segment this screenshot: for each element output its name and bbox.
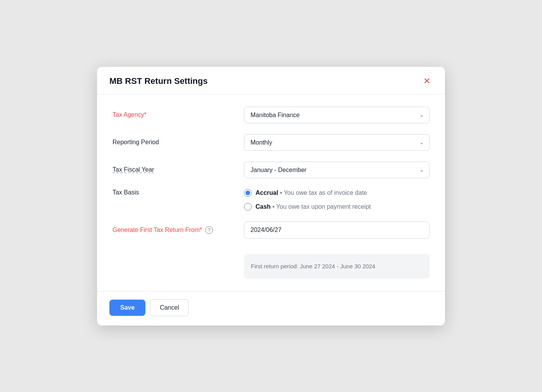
reporting-period-select[interactable]: Monthly Quarterly Annually (244, 134, 430, 151)
help-icon[interactable]: ? (205, 226, 213, 234)
cash-description: • You owe tax upon payment receipt (273, 203, 371, 210)
tax-fiscal-year-control: January - December April - March July - … (244, 162, 430, 178)
first-return-period-info: First return period: June 27 2024 - June… (244, 254, 430, 279)
info-box-control: First return period: June 27 2024 - June… (244, 249, 430, 279)
dialog-footer: Save Cancel (97, 291, 445, 326)
reporting-period-label: Reporting Period (112, 139, 244, 146)
tax-basis-control: Accrual • You owe tax as of invoice date… (244, 189, 430, 211)
generate-first-tax-return-row: Generate First Tax Return From* ? (112, 222, 430, 239)
reporting-period-control: Monthly Quarterly Annually ⌄ (244, 134, 430, 151)
save-button[interactable]: Save (109, 300, 145, 316)
generate-first-tax-return-label: Generate First Tax Return From* ? (112, 226, 244, 234)
dialog-header: MB RST Return Settings ✕ (97, 67, 445, 94)
tax-agency-select[interactable]: Manitoba Finance CRA Other (244, 107, 430, 123)
tax-agency-select-wrapper: Manitoba Finance CRA Other ⌄ (244, 107, 430, 123)
tax-fiscal-year-row: Tax Fiscal Year January - December April… (112, 162, 430, 178)
cash-name: Cash (256, 203, 271, 210)
tax-fiscal-year-label: Tax Fiscal Year (112, 166, 244, 173)
tax-basis-label: Tax Basis (112, 189, 244, 196)
reporting-period-row: Reporting Period Monthly Quarterly Annua… (112, 134, 430, 151)
info-box-row: First return period: June 27 2024 - June… (112, 249, 430, 279)
tax-fiscal-year-select[interactable]: January - December April - March July - … (244, 162, 430, 178)
dialog-title: MB RST Return Settings (109, 76, 208, 86)
reporting-period-select-wrapper: Monthly Quarterly Annually ⌄ (244, 134, 430, 151)
generate-first-tax-return-text: Generate First Tax Return From* (112, 227, 202, 233)
tax-agency-label: Tax Agency* (112, 111, 244, 118)
accrual-description: • You owe tax as of invoice date (280, 189, 367, 196)
accrual-option[interactable]: Accrual • You owe tax as of invoice date (244, 189, 430, 197)
tax-agency-control: Manitoba Finance CRA Other ⌄ (244, 107, 430, 123)
accrual-radio[interactable] (244, 189, 252, 197)
generate-first-tax-return-input[interactable] (244, 222, 430, 239)
accrual-name: Accrual (256, 189, 278, 196)
dialog-mb-rst-return-settings: MB RST Return Settings ✕ Tax Agency* Man… (97, 67, 445, 326)
close-button[interactable]: ✕ (421, 76, 433, 86)
tax-fiscal-year-select-wrapper: January - December April - March July - … (244, 162, 430, 178)
cancel-button[interactable]: Cancel (150, 299, 189, 316)
generate-first-tax-return-control (244, 222, 430, 239)
accrual-label: Accrual • You owe tax as of invoice date (256, 189, 367, 196)
cash-radio[interactable] (244, 203, 252, 211)
cash-label: Cash • You owe tax upon payment receipt (256, 203, 371, 210)
tax-basis-radio-group: Accrual • You owe tax as of invoice date… (244, 189, 430, 211)
dialog-body: Tax Agency* Manitoba Finance CRA Other ⌄… (97, 94, 445, 291)
cash-option[interactable]: Cash • You owe tax upon payment receipt (244, 203, 430, 211)
tax-basis-row: Tax Basis Accrual • You owe tax as of in… (112, 189, 430, 211)
tax-agency-row: Tax Agency* Manitoba Finance CRA Other ⌄ (112, 107, 430, 123)
